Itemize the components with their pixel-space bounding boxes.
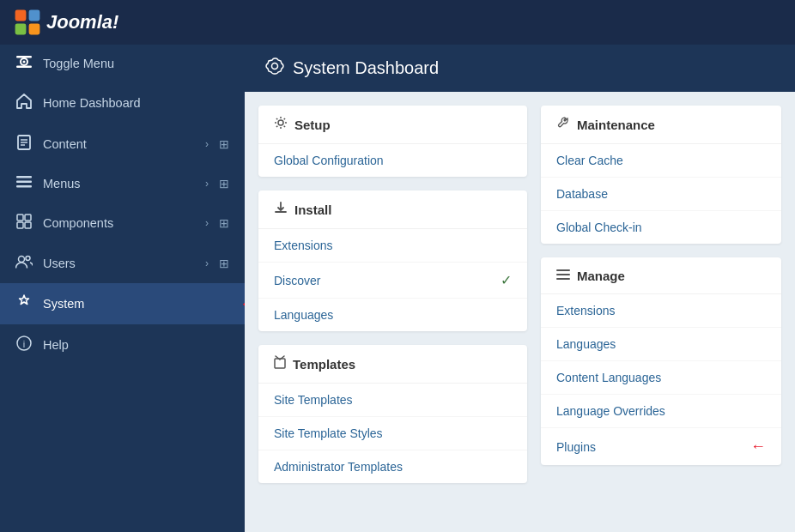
extensions-install-item: Extensions [258,229,527,263]
sidebar-item-toggle-menu[interactable]: Toggle Menu [0,45,245,82]
templates-panel: Templates Site Templates Site Template S… [258,345,527,483]
plugins-link[interactable]: Plugins [556,440,596,454]
discover-link[interactable]: Discover [274,274,320,287]
maintenance-panel: Maintenance Clear Cache Database Global … [541,106,781,244]
sidebar-item-content[interactable]: Content › ⊞ [0,124,245,165]
templates-icon [274,355,286,372]
global-checkin-link[interactable]: Global Check-in [556,221,642,234]
sidebar-item-help[interactable]: i Help [0,324,245,366]
logo-text: Joomla! [46,11,118,33]
users-icon [15,255,33,272]
sidebar-users-label: Users [43,257,195,270]
svg-rect-12 [16,176,32,178]
languages-install-item: Languages [258,299,527,331]
sidebar: Toggle Menu Home Dashboard Content › ⊞ M… [0,45,245,532]
content-languages-item: Content Languages [541,361,781,395]
components-icon [15,214,33,233]
languages-install-link[interactable]: Languages [274,308,333,322]
page-title: System Dashboard [293,58,439,78]
maintenance-panel-header: Maintenance [541,106,781,144]
sidebar-item-menus[interactable]: Menus › ⊞ [0,165,245,203]
discover-check-icon: ✓ [501,272,512,288]
sidebar-content-label: Content [43,137,195,151]
site-template-styles-link[interactable]: Site Template Styles [274,426,383,440]
install-panel-header: Install [258,190,527,229]
users-chevron: › [205,257,209,269]
maintenance-panel-title: Maintenance [577,118,655,132]
manage-panel-header: Manage [541,257,781,294]
svg-rect-7 [16,66,32,69]
sidebar-item-components[interactable]: Components › ⊞ [0,203,245,244]
joomla-logo: Joomla! [14,9,118,36]
svg-rect-16 [25,215,31,221]
extensions-install-link[interactable]: Extensions [274,239,332,252]
svg-rect-18 [25,222,31,228]
global-checkin-item: Global Check-in [541,211,781,244]
site-templates-link[interactable]: Site Templates [274,393,353,407]
svg-rect-13 [16,181,32,184]
svg-point-20 [26,257,30,261]
plugins-item: Plugins ← [541,428,781,465]
svg-rect-15 [17,215,23,221]
sidebar-item-users[interactable]: Users › ⊞ [0,244,245,283]
setup-panel: Setup Global Configuration [258,106,527,177]
global-config-item: Global Configuration [258,144,527,177]
site-template-styles-item: Site Template Styles [258,417,527,450]
content-chevron: › [205,138,209,150]
menus-grid-icon: ⊞ [219,177,229,190]
svg-point-23 [272,63,278,70]
menus-icon [15,176,33,191]
system-icon [15,294,33,313]
svg-rect-26 [556,269,570,271]
extensions-manage-item: Extensions [541,294,781,328]
sidebar-item-system[interactable]: System ← [0,283,245,324]
global-config-link[interactable]: Global Configuration [274,154,384,167]
extensions-manage-link[interactable]: Extensions [556,304,615,317]
svg-point-6 [23,61,26,63]
svg-rect-3 [29,24,40,35]
manage-icon [556,268,570,283]
content-languages-link[interactable]: Content Languages [556,371,661,384]
language-overrides-link[interactable]: Language Overrides [556,404,665,418]
svg-point-24 [278,120,283,125]
content-area: System Dashboard Setup Global Configurat… [245,45,795,532]
svg-text:i: i [23,339,25,349]
administrator-templates-link[interactable]: Administrator Templates [274,460,403,474]
clear-cache-link[interactable]: Clear Cache [556,154,623,167]
users-grid-icon: ⊞ [219,257,229,270]
svg-rect-27 [556,274,570,275]
help-icon: i [15,336,33,354]
install-icon [274,201,288,218]
svg-rect-0 [15,10,27,21]
right-column: Maintenance Clear Cache Database Global … [541,106,781,518]
content-grid-icon: ⊞ [219,137,229,151]
sidebar-item-home-dashboard[interactable]: Home Dashboard [0,82,245,124]
setup-panel-header: Setup [258,106,527,144]
sidebar-home-label: Home Dashboard [43,96,229,110]
install-panel: Install Extensions Discover ✓ Languages [258,190,527,331]
sidebar-components-label: Components [43,216,195,230]
page-header-icon [265,57,284,80]
language-overrides-item: Language Overrides [541,395,781,428]
site-templates-item: Site Templates [258,384,527,417]
discover-item: Discover ✓ [258,263,527,299]
database-link[interactable]: Database [556,187,608,201]
svg-rect-1 [29,10,40,21]
clear-cache-item: Clear Cache [541,144,781,178]
setup-panel-title: Setup [294,118,331,132]
setup-icon [274,116,288,133]
toggle-menu-icon [15,56,33,71]
sidebar-menus-label: Menus [43,177,195,190]
components-grid-icon: ⊞ [219,216,229,230]
left-column: Setup Global Configuration Install [258,106,527,518]
administrator-templates-item: Administrator Templates [258,450,527,483]
sidebar-system-label: System [43,297,229,311]
components-chevron: › [205,217,209,229]
languages-manage-link[interactable]: Languages [556,337,616,351]
maintenance-icon [556,116,570,133]
system-red-arrow: ← [240,295,245,313]
home-icon [15,94,33,112]
plugins-red-arrow: ← [750,438,766,456]
svg-point-19 [19,257,25,263]
templates-panel-header: Templates [258,345,527,384]
